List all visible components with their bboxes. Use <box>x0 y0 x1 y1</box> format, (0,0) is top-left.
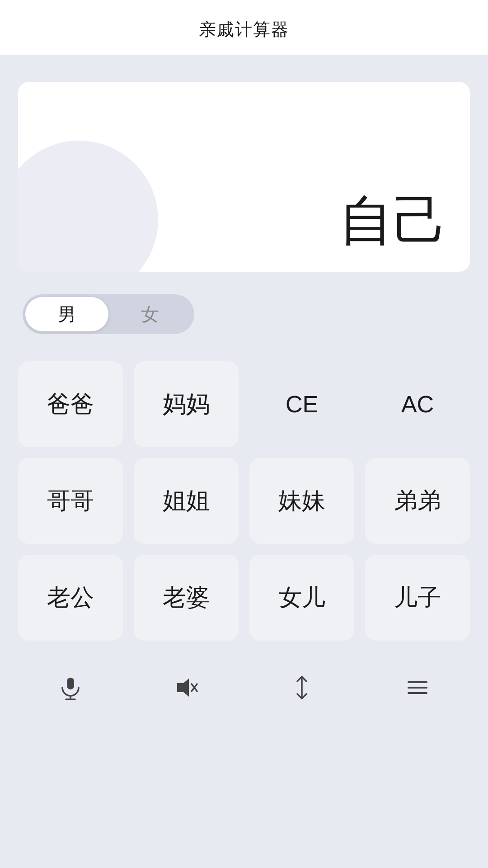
key-ac[interactable]: AC <box>365 361 470 447</box>
main-content: 自己 男 女 爸爸 妈妈 CE AC 哥哥 姐姐 妹妹 弟弟 <box>0 55 488 868</box>
bottom-bar <box>18 651 470 719</box>
key-younger-brother[interactable]: 弟弟 <box>365 458 470 544</box>
keypad: 爸爸 妈妈 CE AC 哥哥 姐姐 妹妹 弟弟 老公 老婆 <box>18 361 470 641</box>
mic-button[interactable] <box>18 656 123 719</box>
swap-button[interactable] <box>249 656 354 719</box>
svg-rect-0 <box>67 678 74 689</box>
gender-toggle[interactable]: 男 女 <box>23 294 194 334</box>
app-title: 亲戚计算器 <box>199 20 289 39</box>
key-mom[interactable]: 妈妈 <box>134 361 239 447</box>
gender-male-option[interactable]: 男 <box>25 297 108 331</box>
mic-icon <box>58 675 83 700</box>
display-area: 自己 <box>18 82 470 272</box>
key-older-sister[interactable]: 姐姐 <box>134 458 239 544</box>
swap-icon <box>289 675 314 700</box>
menu-icon <box>405 675 430 700</box>
title-bar: 亲戚计算器 <box>0 0 488 55</box>
key-ce[interactable]: CE <box>249 361 354 447</box>
key-husband[interactable]: 老公 <box>18 555 123 641</box>
key-older-brother[interactable]: 哥哥 <box>18 458 123 544</box>
sound-icon <box>174 675 199 700</box>
key-dad[interactable]: 爸爸 <box>18 361 123 447</box>
key-younger-sister[interactable]: 妹妹 <box>249 458 354 544</box>
key-daughter[interactable]: 女儿 <box>249 555 354 641</box>
display-self-label: 自己 <box>339 184 447 258</box>
gender-female-option[interactable]: 女 <box>108 297 192 331</box>
key-son[interactable]: 儿子 <box>365 555 470 641</box>
menu-button[interactable] <box>365 656 470 719</box>
svg-marker-3 <box>177 679 189 697</box>
sound-button[interactable] <box>134 656 239 719</box>
key-wife[interactable]: 老婆 <box>134 555 239 641</box>
display-watermark: 自己 <box>18 82 470 272</box>
